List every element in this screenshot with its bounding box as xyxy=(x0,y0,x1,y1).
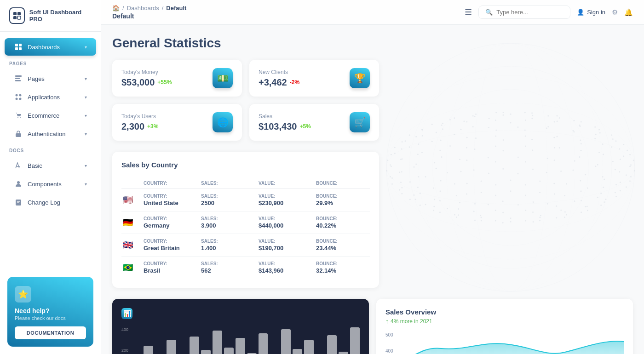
svg-point-52 xyxy=(594,138,596,139)
sidebar-item-components[interactable]: Components ▾ xyxy=(5,175,96,193)
svg-point-177 xyxy=(459,202,460,203)
documentation-button[interactable]: DOCUMENTATION xyxy=(15,326,86,339)
pages-section-label: PAGES xyxy=(0,57,101,69)
svg-point-66 xyxy=(532,115,533,116)
svg-point-265 xyxy=(525,220,526,222)
svg-point-63 xyxy=(449,119,451,120)
flag-br: 🇧🇷 xyxy=(121,263,134,272)
menu-icon[interactable]: ☰ xyxy=(465,7,472,17)
country-bounce: 32.14% xyxy=(316,267,370,274)
svg-point-226 xyxy=(420,205,421,206)
logo-icon xyxy=(9,7,25,24)
table-row: 🇩🇪 Country: Germany Sales: 3.900 Value: … xyxy=(121,211,370,234)
svg-point-85 xyxy=(466,121,467,123)
svg-point-278 xyxy=(419,43,603,291)
stat-value-sales: $103,430 xyxy=(259,121,297,132)
country-value: $440,000 xyxy=(259,222,312,229)
svg-point-126 xyxy=(440,180,442,181)
stat-change-clients: -2% xyxy=(290,79,299,86)
bottom-row: 📊 400 200 0 Sales Overview ↑ 4% more in … xyxy=(112,299,633,354)
svg-point-268 xyxy=(495,210,496,211)
svg-point-167 xyxy=(620,159,621,160)
bar xyxy=(259,333,268,354)
svg-rect-3 xyxy=(17,16,21,19)
svg-point-27 xyxy=(547,126,549,127)
svg-point-228 xyxy=(420,193,421,194)
sidebar-item-applications[interactable]: Applications ▾ xyxy=(5,88,96,106)
svg-point-103 xyxy=(402,158,403,160)
search-input[interactable] xyxy=(496,9,564,16)
bar xyxy=(224,348,234,354)
svg-point-274 xyxy=(386,103,635,232)
sidebar-item-ecommerce[interactable]: Ecommerce ▾ xyxy=(5,107,96,124)
svg-point-154 xyxy=(400,182,402,183)
sign-in-button[interactable]: 👤 Sign in xyxy=(577,9,605,16)
svg-point-217 xyxy=(605,199,606,200)
bar xyxy=(236,338,245,354)
svg-point-148 xyxy=(554,193,555,194)
changelog-icon xyxy=(14,198,23,207)
svg-point-61 xyxy=(422,129,423,131)
home-icon: 🏠 xyxy=(112,5,120,11)
sidebar-item-authentication[interactable]: Authentication ▾ xyxy=(5,125,96,143)
svg-point-127 xyxy=(418,176,419,177)
svg-point-194 xyxy=(620,190,621,191)
svg-point-233 xyxy=(539,181,540,182)
svg-point-186 xyxy=(459,159,460,160)
bar xyxy=(201,350,211,354)
svg-point-241 xyxy=(510,221,512,223)
svg-point-82 xyxy=(409,134,410,136)
sidebar-item-basic[interactable]: Basic ▾ xyxy=(5,157,96,174)
svg-point-112 xyxy=(546,127,547,129)
svg-point-185 xyxy=(434,162,435,163)
svg-point-22 xyxy=(531,118,533,119)
svg-point-40 xyxy=(503,139,504,141)
country-sales: 562 xyxy=(201,267,255,274)
sidebar-item-pages[interactable]: Pages ▾ xyxy=(5,70,96,87)
sales-by-country-title: Sales by Country xyxy=(121,161,370,169)
bell-icon[interactable]: 🔔 xyxy=(624,8,633,17)
bar xyxy=(144,346,153,354)
svg-point-36 xyxy=(579,126,581,127)
svg-point-129 xyxy=(391,166,392,167)
country-sales: 2500 xyxy=(201,200,255,206)
svg-point-189 xyxy=(547,158,548,159)
applications-icon xyxy=(14,92,23,102)
sidebar-item-dashboards[interactable]: Dashboards ▾ xyxy=(5,38,96,56)
svg-point-156 xyxy=(386,170,387,171)
chevron-down-icon: ▾ xyxy=(85,182,87,187)
svg-point-111 xyxy=(517,126,518,128)
svg-point-143 xyxy=(634,170,635,171)
svg-point-164 xyxy=(554,147,555,148)
svg-point-128 xyxy=(401,171,402,172)
svg-point-271 xyxy=(409,66,612,268)
logo-text: Soft UI Dashboard PRO xyxy=(29,9,92,23)
svg-point-193 xyxy=(626,174,627,176)
svg-rect-1 xyxy=(17,12,21,15)
sidebar-item-label: Dashboards xyxy=(28,44,60,51)
topbar-right: ☰ 🔍 👤 Sign in ⚙ 🔔 xyxy=(465,6,633,19)
svg-point-187 xyxy=(488,157,489,158)
svg-point-245 xyxy=(433,206,435,207)
bar xyxy=(213,331,222,354)
svg-point-261 xyxy=(502,200,504,202)
svg-point-239 xyxy=(564,217,565,218)
bar xyxy=(304,340,314,354)
svg-point-132 xyxy=(401,148,402,150)
search-box[interactable]: 🔍 xyxy=(478,6,570,19)
line-chart-svg xyxy=(385,337,624,354)
svg-point-192 xyxy=(615,169,616,170)
settings-icon[interactable]: ⚙ xyxy=(612,8,618,17)
svg-point-16 xyxy=(20,117,21,118)
sidebar-item-changelog[interactable]: Change Log xyxy=(5,194,96,211)
breadcrumb-dashboards: Dashboards xyxy=(127,5,159,11)
country-bounce: 29.9% xyxy=(316,200,370,206)
svg-point-244 xyxy=(439,211,441,213)
stat-icon-sales: 🛒 xyxy=(350,112,370,132)
svg-point-12 xyxy=(19,94,22,97)
svg-rect-4 xyxy=(15,44,18,46)
svg-point-83 xyxy=(421,129,423,131)
svg-point-65 xyxy=(502,114,504,116)
svg-point-56 xyxy=(502,150,504,151)
help-subtitle: Please check our docs xyxy=(15,315,86,321)
